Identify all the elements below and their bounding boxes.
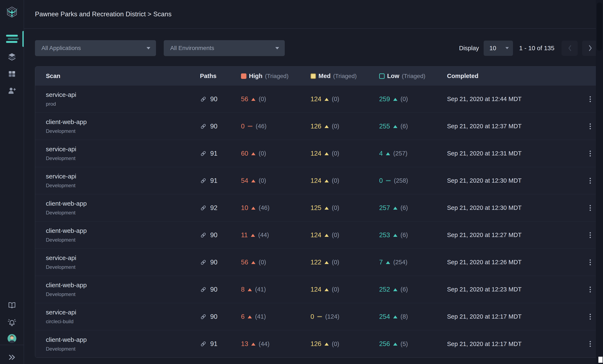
scan-row[interactable]: client-web-app Development 90 0 (46) 126 — [35, 113, 598, 140]
page-size-select[interactable]: 10 — [484, 41, 513, 56]
environments-filter[interactable]: All Environments — [164, 40, 285, 56]
scan-name[interactable]: service-api — [46, 173, 200, 180]
high-triaged-count: (44) — [259, 341, 269, 347]
scan-row[interactable]: service-api prod 90 56 (0) 124 (0) — [35, 86, 598, 113]
row-menu-button[interactable] — [588, 312, 593, 322]
link-icon — [200, 232, 207, 239]
high-cell: 54 (0) — [241, 177, 311, 185]
stackhawk-logo-icon[interactable] — [5, 5, 19, 19]
scan-name[interactable]: client-web-app — [46, 118, 200, 125]
low-cell: 255 (6) — [379, 122, 447, 130]
sidebar-item-notifications[interactable] — [0, 315, 24, 329]
high-count: 54 — [241, 177, 248, 185]
row-menu-button[interactable] — [588, 339, 593, 349]
paths-cell: 92 — [200, 204, 241, 212]
row-menu-button[interactable] — [588, 94, 593, 104]
paths-cell: 91 — [200, 150, 241, 157]
sidebar-item-docs[interactable] — [0, 299, 24, 312]
scan-row[interactable]: service-api Development 91 60 (0) 124 (0 — [35, 140, 598, 167]
med-triaged-count: (0) — [332, 123, 339, 130]
med-cell: 126 (0) — [311, 340, 379, 348]
scan-name[interactable]: client-web-app — [46, 336, 200, 343]
paths-count: 90 — [210, 313, 217, 320]
scan-name[interactable]: service-api — [46, 146, 200, 153]
scan-name[interactable]: client-web-app — [46, 200, 200, 207]
low-trend-icon — [393, 343, 397, 346]
paths-count: 90 — [210, 122, 217, 130]
scan-row[interactable]: service-api Development 90 56 (0) 122 (0 — [35, 249, 598, 276]
user-avatar[interactable] — [0, 332, 24, 345]
high-cell: 8 (41) — [241, 286, 311, 293]
row-menu-button[interactable] — [588, 149, 593, 159]
chevron-left-icon — [567, 44, 572, 52]
applications-filter[interactable]: All Applications — [35, 40, 156, 56]
scan-cell: service-api Development — [46, 254, 200, 270]
scan-row[interactable]: client-web-app Development 90 8 (41) 124 — [35, 276, 598, 303]
scan-environment: Development — [46, 291, 200, 297]
low-severity-swatch-icon — [379, 73, 385, 79]
med-trend-icon — [325, 179, 329, 182]
paths-cell: 90 — [200, 313, 241, 320]
scan-environment: circleci-build — [46, 319, 200, 324]
sidebar-item-invite-user[interactable] — [0, 84, 24, 98]
scan-cell: service-api Development — [46, 146, 200, 161]
column-header-med: Med (Triaged) — [311, 73, 379, 79]
completed-cell: Sep 21, 2020 at 12:17 MDT — [447, 313, 585, 320]
bell-icon — [7, 317, 17, 327]
med-cell: 125 (0) — [311, 204, 379, 212]
paths-cell: 90 — [200, 122, 241, 130]
scrollbar-thumb[interactable] — [597, 2, 602, 51]
med-trend-icon — [325, 343, 329, 346]
controls-row: All Applications All Environments Displa… — [35, 40, 598, 56]
completed-cell: Sep 21, 2020 at 12:44 MDT — [447, 96, 585, 102]
scan-row[interactable]: service-api circleci-build 90 6 (41) 0 ( — [35, 303, 598, 330]
low-count: 259 — [379, 95, 390, 103]
low-trend-icon — [393, 125, 397, 128]
scan-name[interactable]: service-api — [46, 91, 200, 98]
low-trend-icon — [393, 288, 397, 291]
scan-name[interactable]: service-api — [46, 309, 200, 316]
scan-row[interactable]: client-web-app Development 92 10 (46) 12… — [35, 194, 598, 221]
row-menu-button[interactable] — [588, 285, 593, 295]
med-cell: 124 (0) — [311, 231, 379, 239]
scan-name[interactable]: service-api — [46, 254, 200, 262]
high-trend-icon — [248, 315, 252, 318]
completed-cell: Sep 21, 2020 at 12:30 MDT — [447, 177, 585, 184]
med-cell: 124 (0) — [311, 150, 379, 157]
scan-row[interactable]: client-web-app Development 91 13 (44) 12… — [35, 330, 598, 357]
scan-list-icon — [6, 35, 18, 43]
scan-name[interactable]: client-web-app — [46, 227, 200, 234]
scan-name[interactable]: client-web-app — [46, 282, 200, 289]
high-cell: 13 (44) — [241, 340, 311, 348]
sidebar-expand-button[interactable] — [0, 351, 24, 364]
high-triaged-count: (0) — [259, 259, 266, 266]
low-trend-icon — [393, 98, 397, 101]
paths-count: 91 — [210, 340, 217, 348]
med-count: 125 — [311, 204, 321, 212]
previous-page-button[interactable] — [562, 41, 578, 56]
sidebar-item-applications[interactable] — [0, 67, 24, 81]
row-menu-button[interactable] — [588, 203, 593, 213]
scan-row[interactable]: service-api Development 91 54 (0) 124 (0 — [35, 167, 598, 194]
low-triaged-count: (5) — [401, 341, 408, 347]
scan-cell: service-api prod — [46, 91, 200, 107]
double-chevron-right-icon — [8, 353, 16, 362]
med-trend-icon — [325, 288, 329, 291]
row-menu-button[interactable] — [588, 257, 593, 267]
scrollbar-track[interactable] — [596, 0, 603, 364]
chevron-down-icon — [505, 47, 509, 49]
low-count: 0 — [379, 177, 383, 185]
low-count: 255 — [379, 122, 390, 130]
row-menu-button[interactable] — [588, 121, 593, 131]
sidebar-item-layers[interactable] — [0, 50, 24, 64]
low-trend-icon — [393, 207, 397, 210]
scan-row[interactable]: client-web-app Development 90 11 (44) 12… — [35, 221, 598, 249]
row-menu-button[interactable] — [588, 230, 593, 240]
low-count: 256 — [379, 340, 390, 348]
user-add-icon — [8, 86, 16, 95]
breadcrumb[interactable]: Pawnee Parks and Recreation District > S… — [35, 11, 172, 18]
sidebar-item-scans[interactable] — [0, 32, 24, 45]
completed-cell: Sep 21, 2020 at 12:37 MDT — [447, 123, 585, 130]
high-trend-icon — [251, 207, 255, 210]
row-menu-button[interactable] — [588, 176, 593, 186]
